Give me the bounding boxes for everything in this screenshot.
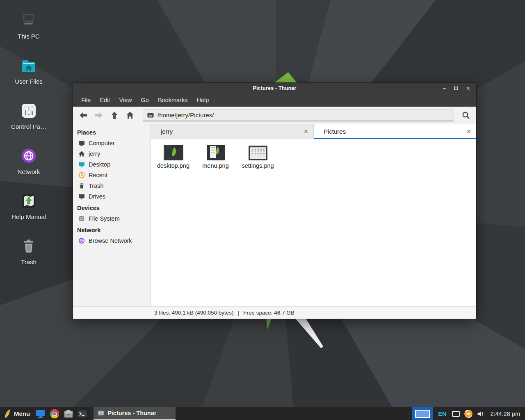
home-button[interactable]	[122, 109, 138, 122]
desktop: This PC User Files	[0, 0, 525, 420]
path-bar[interactable]: /home/jerry/Pictures/	[143, 109, 454, 121]
file-menu-png[interactable]: menu.png	[194, 142, 237, 169]
show-desktop-icon[interactable]	[35, 407, 46, 420]
image-file-icon	[147, 112, 154, 118]
update-icon[interactable]	[464, 409, 473, 418]
settings-screenshot-thumb	[237, 142, 279, 160]
menubar: File Edit View Go Bookmarks Help	[73, 94, 476, 107]
filesystem-drive-icon	[78, 215, 85, 222]
browse-network-icon	[78, 237, 85, 244]
thunar-window: Pictures - Thunar – ✕ File Edit View Go …	[73, 83, 476, 319]
free-space: Free space: 46.7 GB	[243, 310, 294, 316]
app-menu-button[interactable]: Menu	[0, 407, 34, 420]
chrome-icon[interactable]	[49, 407, 60, 420]
sidebar-item-desktop[interactable]: Desktop	[73, 159, 151, 170]
recent-clock-icon	[78, 172, 85, 178]
search-icon	[461, 111, 470, 120]
file-desktop-png[interactable]: desktop.png	[152, 142, 194, 169]
desktop-screenshot-thumb	[152, 142, 194, 160]
menu-label: Menu	[14, 410, 30, 417]
desktop-icon-network[interactable]: Network	[6, 145, 52, 175]
help-manual-icon	[6, 190, 52, 212]
feather-menu-icon	[4, 409, 11, 419]
keyboard-layout-indicator[interactable]: EN	[438, 411, 446, 417]
trash-icon	[6, 235, 52, 257]
panel-grip-handle[interactable]	[91, 411, 91, 416]
menu-item-edit[interactable]: Edit	[95, 94, 114, 107]
sidebar-item-drives[interactable]: Drives	[73, 191, 151, 202]
desktop-icon-label: Trash	[6, 258, 52, 265]
desktop-icon-label: This PC	[6, 33, 52, 40]
desktop-icon-label: Network	[6, 168, 52, 175]
computer-icon	[6, 10, 52, 31]
sidebar-item-trash[interactable]: Trash	[73, 180, 151, 191]
window-title: Pictures - Thunar	[73, 83, 476, 94]
sidebar-header-network: Network	[73, 225, 151, 235]
active-workspace[interactable]	[415, 410, 430, 418]
minimize-button[interactable]: –	[443, 86, 446, 90]
drives-icon	[78, 193, 85, 200]
desktop-icon-help-manual[interactable]: Help Manual	[6, 190, 52, 220]
search-button[interactable]	[458, 109, 474, 122]
taskbar: Menu	[0, 407, 525, 420]
menu-item-view[interactable]: View	[114, 94, 136, 107]
computer-icon	[78, 140, 85, 146]
desktop-icon-user-files[interactable]: User Files	[6, 55, 52, 85]
toolbar: /home/jerry/Pictures/	[73, 107, 476, 124]
desktop-icon-label: User Files	[6, 78, 52, 85]
sidebar-item-browse-network[interactable]: Browse Network	[73, 235, 151, 246]
menu-item-help[interactable]: Help	[192, 94, 213, 107]
desktop-icon	[78, 161, 85, 168]
titlebar[interactable]: Pictures - Thunar – ✕	[73, 83, 476, 94]
back-button[interactable]	[75, 109, 91, 122]
menu-item-go[interactable]: Go	[137, 94, 153, 107]
taskbar-window-label: Pictures - Thunar	[107, 410, 156, 416]
sidebar-item-recent[interactable]: Recent	[73, 170, 151, 180]
files-summary: 3 files: 490.1 kB (490,050 bytes)	[154, 310, 234, 316]
workspace-switcher[interactable]	[412, 407, 433, 420]
sidebar: Places Computer jerry	[73, 124, 151, 306]
maximize-button[interactable]	[454, 87, 458, 90]
menu-screenshot-thumb	[194, 142, 237, 160]
status-separator: |	[238, 310, 240, 316]
file-settings-png[interactable]: settings.png	[237, 142, 279, 169]
path-value: /home/jerry/Pictures/	[158, 112, 214, 119]
desktop-icon-label: Control Pa…	[6, 123, 52, 130]
control-panel-icon	[6, 100, 52, 121]
sidebar-item-file-system[interactable]: File System	[73, 213, 151, 224]
desktop-icon-this-pc[interactable]: This PC	[6, 10, 52, 40]
desktop-icon-trash[interactable]: Trash	[6, 235, 52, 265]
menu-item-bookmarks[interactable]: Bookmarks	[153, 94, 192, 107]
sidebar-item-computer[interactable]: Computer	[73, 138, 151, 148]
volume-icon[interactable]	[477, 410, 485, 418]
home-icon	[126, 111, 135, 119]
desktop-icon-control-panel[interactable]: Control Pa…	[6, 100, 52, 130]
home-icon	[78, 151, 85, 157]
sidebar-item-jerry-home[interactable]: jerry	[73, 148, 151, 159]
up-button[interactable]	[107, 109, 122, 122]
file-manager-icon[interactable]	[63, 407, 74, 420]
display-icon[interactable]	[452, 411, 460, 417]
forward-arrow-icon	[94, 111, 103, 119]
thunar-icon	[98, 410, 104, 416]
taskbar-window-button[interactable]: Pictures - Thunar	[94, 407, 176, 420]
menu-item-file[interactable]: File	[77, 94, 95, 107]
terminal-icon[interactable]	[77, 407, 88, 420]
network-globe-icon	[6, 145, 52, 167]
file-view[interactable]: desktop.png	[151, 139, 476, 306]
tab-close-icon[interactable]: ×	[304, 128, 308, 135]
tab-jerry[interactable]: jerry ×	[151, 124, 314, 139]
desktop-icon-label: Help Manual	[6, 213, 52, 220]
clock[interactable]: 2:44:28 pm	[490, 411, 520, 417]
close-button[interactable]: ✕	[466, 85, 470, 91]
status-bar: 3 files: 490.1 kB (490,050 bytes) | Free…	[73, 306, 476, 319]
forward-button[interactable]	[91, 109, 107, 122]
tab-pictures[interactable]: Pictures ×	[314, 124, 476, 139]
sidebar-header-devices: Devices	[73, 203, 151, 213]
back-arrow-icon	[79, 111, 88, 119]
up-arrow-icon	[110, 111, 119, 119]
home-folder-icon	[6, 55, 52, 76]
tab-close-icon[interactable]: ×	[467, 128, 471, 135]
trash-icon	[78, 183, 85, 189]
sidebar-header-places: Places	[73, 127, 151, 138]
